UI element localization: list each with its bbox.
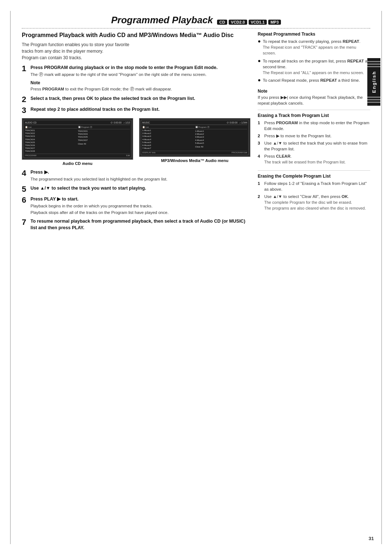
step-2: 2 Select a track, then press OK to place…: [22, 96, 250, 104]
step-4-sub: The programmed track you selected last i…: [30, 176, 250, 182]
bullet-dot-1: ●: [258, 39, 261, 44]
mp3-label: MP3/Windows Media™ Audio menu: [139, 158, 250, 163]
audio-cd-row-6: TRACK06: [25, 144, 77, 147]
erase-track-text-1: Press PROGRAM in the stop mode to enter …: [264, 120, 370, 131]
step-1-main: Press PROGRAM during playback or in the …: [30, 65, 250, 71]
mp3-row-1: 1-Music1: [142, 129, 195, 132]
step-7-number: 7: [22, 218, 28, 226]
mp3-list-col: 📋 List 1-Music1 2-Music2 3-Music3 4-Musi…: [142, 126, 195, 150]
step-6-number: 6: [22, 196, 28, 204]
mp3-row-5: 5-Music5: [142, 141, 195, 144]
page-container: English Programmed Playback CD VCD2.0 VC…: [0, 0, 392, 555]
step-5-number: 5: [22, 185, 28, 193]
mp3-screen-img: MUSIC ⏱ 0:00:00 ♪ 1/344 📋 List 1-Music1 …: [139, 118, 250, 157]
step-1: 1 Press PROGRAM during playback or in th…: [22, 65, 250, 78]
step-6: 6 Press PLAY ▶ to start. Playback begins…: [22, 196, 250, 216]
step-2-content: Select a track, then press OK to place t…: [30, 96, 250, 102]
audio-cd-prog-1: TRACK01: [78, 130, 130, 133]
badge-cd: CD: [217, 20, 227, 25]
note-2: Note If you press ▶▶| once during Repeat…: [258, 89, 370, 106]
audio-cd-label: Audio CD menu: [22, 161, 133, 166]
divider-1: [258, 110, 370, 110]
section-heading: Programmed Playback with Audio CD and MP…: [22, 32, 250, 39]
mp3-list-header: 📋 List: [142, 126, 195, 129]
sidebar-line-1: [367, 61, 380, 62]
step-7: 7 To resume normal playback from program…: [22, 218, 250, 231]
audio-cd-screen: AUDIO CD ⏱ 0:00:00 ♪ 1/10 📋 List TRACK01…: [22, 118, 133, 166]
audio-cd-program-col: 🔲 Program ⓟ TRACK01 TRACK03 TRACK05 TRAC…: [78, 126, 130, 153]
audio-cd-screen-img: AUDIO CD ⏱ 0:00:00 ♪ 1/10 📋 List TRACK01…: [22, 118, 133, 160]
erase-track-text-2: Press ▶ to move to the Program list.: [264, 133, 331, 139]
mp3-fake-screen: MUSIC ⏱ 0:00:00 ♪ 1/344 📋 List 1-Music1 …: [141, 120, 249, 155]
mp3-time: ⏱ 0:00:00 ♪ 1/344: [226, 121, 247, 124]
audio-cd-list-col: 📋 List TRACK01 TRACK02 TRACK03 TRACK04 T…: [25, 126, 77, 153]
sidebar-line-2: [367, 64, 380, 65]
audio-cd-footer-left: PROGRAM: [25, 154, 36, 157]
step-5: 5 Use ▲/▼ to select the track you want t…: [22, 185, 250, 193]
page-header: Programmed Playback CD VCD2.0 VCD1.1 MP3: [22, 15, 370, 29]
mp3-row-3: 3-Music3: [142, 135, 195, 138]
erase-complete-item-2: 2 Use ▲/▼ to select "Clear All", then pr…: [258, 194, 370, 211]
repeat-section: Repeat Programmed Tracks ● To repeat the…: [258, 32, 370, 84]
audio-cd-header-label: AUDIO CD: [25, 121, 37, 124]
audio-cd-cols: 📋 List TRACK01 TRACK02 TRACK03 TRACK04 T…: [25, 126, 130, 153]
note-1-label: Note: [30, 80, 250, 85]
erase-complete-section: Erasing the Complete Program List 1 Foll…: [258, 174, 370, 211]
audio-cd-row-7: TRACK07: [25, 147, 77, 150]
audio-cd-fake-screen: AUDIO CD ⏱ 0:00:00 ♪ 1/10 📋 List TRACK01…: [24, 120, 131, 158]
audio-cd-row-5: TRACK05: [25, 141, 77, 144]
erase-track-num-2: 2: [258, 133, 263, 139]
mp3-prog-5: 5-Music5: [195, 142, 248, 145]
mp3-screen: MUSIC ⏱ 0:00:00 ♪ 1/344 📋 List 1-Music1 …: [139, 118, 250, 162]
erase-complete-num-2: 2: [258, 194, 263, 211]
audio-cd-time: ⏱ 0:00:00 ♪ 1/10: [110, 121, 130, 124]
note-1-text: Press PROGRAM to exit the Program Edit m…: [30, 86, 250, 92]
mp3-footer-left: DISPLAY Info: [142, 151, 155, 154]
step-2-main: Select a track, then press OK to place t…: [30, 96, 250, 102]
page-title: Programmed Playback: [111, 15, 213, 25]
audio-cd-row-8: TRACK08: [25, 150, 77, 153]
step-4-main: Press ▶.: [30, 169, 250, 176]
step-4: 4 Press ▶. The programmed track you sele…: [22, 169, 250, 182]
content-area: Programmed Playback with Audio CD and MP…: [22, 32, 370, 234]
mp3-row-6: 6-Music6: [142, 144, 195, 147]
border-left: [10, 11, 11, 544]
repeat-title: Repeat Programmed Tracks: [258, 32, 370, 37]
mp3-clearall: Clear All: [195, 145, 248, 148]
audio-cd-prog-2: TRACK03: [78, 133, 130, 136]
step-3: 3 Repeat step 2 to place additional trac…: [22, 106, 250, 114]
badge-mp3: MP3: [268, 20, 281, 25]
bullet-dot-3: ●: [258, 77, 261, 82]
mp3-program-header: 🔲 Program ⓟ: [195, 126, 248, 129]
title-badges: CD VCD2.0 VCD1.1 MP3: [217, 20, 281, 25]
mp3-footer-right: PROGRAM Edit: [232, 151, 247, 154]
erase-track-text-4: Press CLEAR. The track will be erased fr…: [264, 153, 346, 165]
audio-cd-footer-right: Edit: [126, 154, 130, 157]
erase-track-num-1: 1: [258, 120, 263, 131]
repeat-item-1-text: To repeat the track currently playing, p…: [263, 39, 370, 56]
repeat-item-2: ● To repeat all tracks on the program li…: [258, 58, 370, 76]
erase-complete-num-1: 1: [258, 181, 263, 192]
audio-cd-row-4: TRACK04: [25, 138, 77, 141]
step-4-number: 4: [22, 169, 28, 177]
menu-screenshots: AUDIO CD ⏱ 0:00:00 ♪ 1/10 📋 List TRACK01…: [22, 118, 250, 166]
step-2-number: 2: [22, 96, 28, 104]
note-2-label: Note: [258, 89, 370, 94]
mp3-header-label: MUSIC: [142, 121, 150, 124]
repeat-item-1: ● To repeat the track currently playing,…: [258, 39, 370, 56]
step-3-number: 3: [22, 106, 28, 114]
erase-track-title: Erasing a Track from Program List: [258, 113, 370, 118]
english-sidebar: English: [367, 58, 380, 106]
erase-track-item-3: 3 Use ▲/▼ to select the track that you w…: [258, 140, 370, 152]
audio-cd-row-2: TRACK02: [25, 132, 77, 135]
erase-complete-item-1: 1 Follow steps 1-2 of "Erasing a Track f…: [258, 181, 370, 192]
audio-cd-clearall: Clear All: [78, 142, 130, 145]
step-6-sub2: Playback stops after all of the tracks o…: [30, 210, 250, 215]
erase-track-section: Erasing a Track from Program List 1 Pres…: [258, 113, 370, 165]
mp3-program-col: 🔲 Program ⓟ 1-Music1 2-Music2 3-Music3 4…: [195, 126, 248, 150]
sidebar-label: English: [371, 68, 377, 96]
erase-complete-text-2: Use ▲/▼ to select "Clear All", then pres…: [264, 194, 366, 211]
mp3-row-7: 7-Music7: [142, 147, 195, 150]
border-right: [381, 11, 382, 544]
right-column: Repeat Programmed Tracks ● To repeat the…: [258, 32, 370, 234]
